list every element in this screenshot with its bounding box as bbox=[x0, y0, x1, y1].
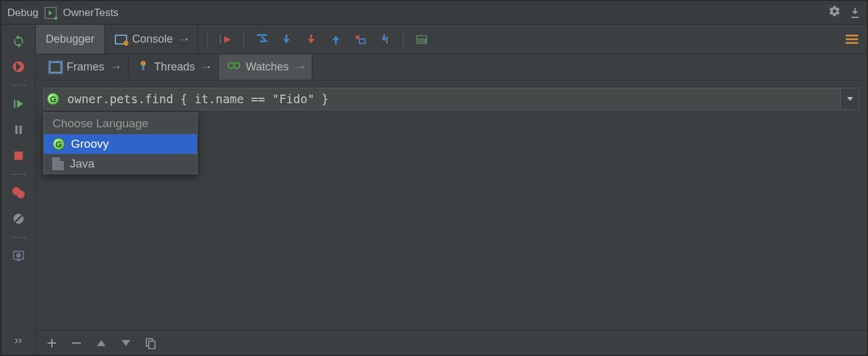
pin-icon: →▪ bbox=[109, 62, 119, 72]
tab-debugger[interactable]: Debugger bbox=[36, 25, 105, 54]
java-file-icon bbox=[52, 158, 64, 170]
run-config-icon bbox=[44, 7, 57, 19]
subtab-frames[interactable]: Frames →▪ bbox=[41, 54, 128, 80]
evaluate-expression-button[interactable] bbox=[411, 29, 432, 50]
mute-breakpoints-button[interactable] bbox=[10, 210, 27, 227]
move-watch-down-button[interactable] bbox=[119, 336, 133, 350]
svg-point-10 bbox=[16, 253, 20, 257]
svg-rect-33 bbox=[48, 342, 56, 344]
language-option-groovy[interactable]: G Groovy bbox=[44, 134, 197, 154]
toolbar-separator bbox=[10, 173, 27, 176]
tab-console[interactable]: Console →▪ bbox=[105, 25, 198, 54]
debug-tool-window-header: Debug OwnerTests bbox=[1, 1, 867, 25]
pin-icon: →▪ bbox=[294, 62, 304, 72]
watch-expression-row: G bbox=[43, 88, 859, 110]
subtab-label: Frames bbox=[67, 61, 104, 74]
run-to-cursor-button[interactable] bbox=[375, 29, 396, 50]
svg-rect-34 bbox=[72, 342, 81, 344]
tool-window-title: Debug bbox=[7, 7, 38, 19]
tab-label: Debugger bbox=[46, 33, 94, 46]
groovy-icon: G bbox=[52, 138, 65, 150]
svg-rect-36 bbox=[149, 341, 155, 349]
svg-rect-24 bbox=[417, 41, 419, 43]
frames-icon bbox=[49, 62, 62, 73]
svg-point-29 bbox=[228, 62, 234, 68]
console-icon bbox=[115, 35, 127, 44]
svg-rect-12 bbox=[220, 35, 221, 36]
language-option-label: Java bbox=[70, 157, 94, 171]
add-watch-button[interactable] bbox=[44, 336, 59, 350]
svg-rect-17 bbox=[359, 39, 365, 43]
svg-point-6 bbox=[17, 190, 25, 198]
duplicate-watch-button[interactable] bbox=[143, 336, 158, 350]
choose-language-popup: Choose Language G Groovy Java bbox=[43, 112, 198, 174]
language-option-label: Groovy bbox=[71, 137, 109, 151]
svg-rect-2 bbox=[15, 125, 17, 134]
subtab-watches[interactable]: Watches →▪ bbox=[219, 54, 312, 80]
subtab-threads[interactable]: Threads →▪ bbox=[128, 54, 219, 80]
svg-point-27 bbox=[140, 61, 145, 66]
hide-tool-window-icon[interactable] bbox=[849, 8, 861, 18]
tab-label: Console bbox=[132, 33, 173, 46]
step-out-button[interactable] bbox=[325, 29, 346, 50]
rerun-failed-button[interactable] bbox=[10, 58, 27, 75]
language-badge-button[interactable]: G bbox=[44, 88, 62, 109]
svg-rect-13 bbox=[220, 38, 221, 39]
groovy-icon: G bbox=[47, 93, 59, 105]
subtab-label: Threads bbox=[154, 61, 195, 74]
layout-settings-icon[interactable] bbox=[846, 35, 858, 44]
watches-icon bbox=[227, 60, 241, 74]
tab-pin-icon: →▪ bbox=[178, 35, 188, 44]
popup-header: Choose Language bbox=[44, 113, 197, 134]
debug-side-toolbar: ›› bbox=[1, 25, 36, 355]
svg-rect-26 bbox=[423, 41, 425, 43]
toolbar-separator bbox=[10, 236, 27, 239]
expand-toolbar-button[interactable]: ›› bbox=[10, 331, 27, 349]
drop-frame-button[interactable] bbox=[350, 29, 371, 50]
debug-main: Debugger Console →▪ bbox=[36, 25, 867, 355]
svg-rect-11 bbox=[17, 259, 20, 261]
step-into-button[interactable] bbox=[276, 29, 297, 50]
svg-rect-4 bbox=[14, 151, 23, 160]
svg-rect-14 bbox=[220, 40, 221, 41]
move-watch-up-button[interactable] bbox=[94, 336, 109, 350]
show-execution-point-button[interactable] bbox=[215, 29, 236, 50]
debug-sub-tabs: Frames →▪ Threads →▪ Watches →▪ bbox=[36, 54, 867, 80]
toolbar-separator bbox=[10, 84, 27, 87]
svg-rect-25 bbox=[420, 41, 422, 43]
step-over-button[interactable] bbox=[251, 29, 272, 50]
watches-footer-toolbar bbox=[36, 330, 867, 355]
remove-watch-button[interactable] bbox=[69, 336, 84, 350]
run-config-name: OwnerTests bbox=[63, 7, 119, 19]
view-breakpoints-button[interactable] bbox=[10, 184, 27, 201]
debug-top-tabs: Debugger Console →▪ bbox=[36, 25, 867, 54]
stop-button[interactable] bbox=[10, 147, 27, 164]
force-step-into-button[interactable] bbox=[301, 29, 322, 50]
watch-expression-input[interactable] bbox=[62, 88, 840, 109]
svg-rect-15 bbox=[220, 42, 221, 43]
threads-icon bbox=[137, 59, 149, 75]
rerun-button[interactable] bbox=[10, 32, 27, 49]
svg-rect-22 bbox=[420, 40, 422, 41]
subtab-label: Watches bbox=[246, 61, 288, 74]
svg-rect-20 bbox=[417, 36, 426, 38]
svg-rect-3 bbox=[19, 125, 22, 134]
language-option-java[interactable]: Java bbox=[44, 154, 197, 174]
svg-point-30 bbox=[234, 62, 240, 68]
svg-rect-1 bbox=[14, 100, 15, 108]
get-thread-dump-button[interactable] bbox=[10, 247, 27, 265]
gear-icon[interactable] bbox=[828, 5, 841, 20]
resume-program-button[interactable] bbox=[10, 95, 27, 112]
watches-panel: G Choose Language G Groovy Java bbox=[36, 80, 867, 330]
pause-program-button[interactable] bbox=[10, 121, 27, 138]
svg-rect-23 bbox=[423, 40, 425, 41]
pin-icon: →▪ bbox=[200, 62, 210, 72]
svg-rect-28 bbox=[142, 66, 144, 70]
expression-history-dropdown[interactable] bbox=[840, 88, 859, 109]
svg-rect-21 bbox=[417, 40, 419, 41]
